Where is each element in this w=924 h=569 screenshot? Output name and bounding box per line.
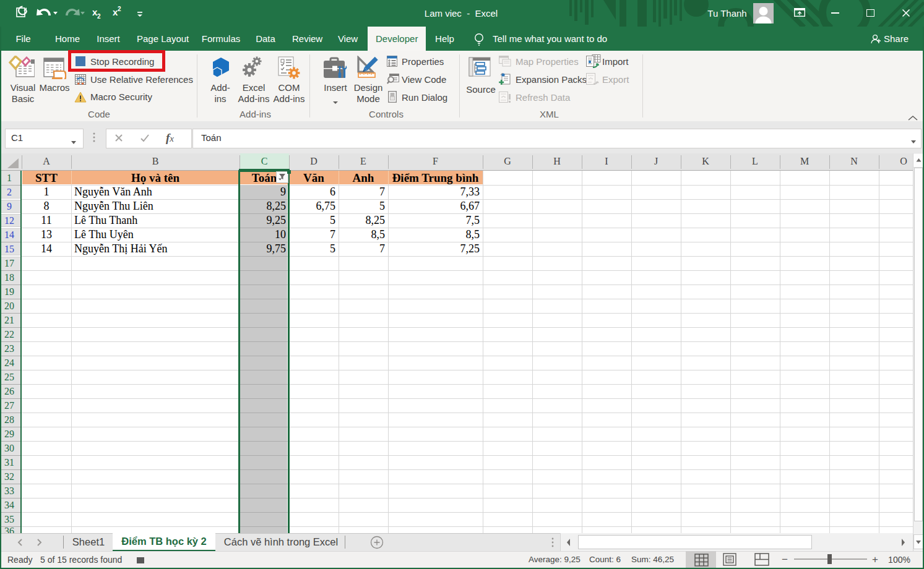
svg-text:2: 2 [118,6,121,12]
svg-text:2: 2 [97,13,101,20]
